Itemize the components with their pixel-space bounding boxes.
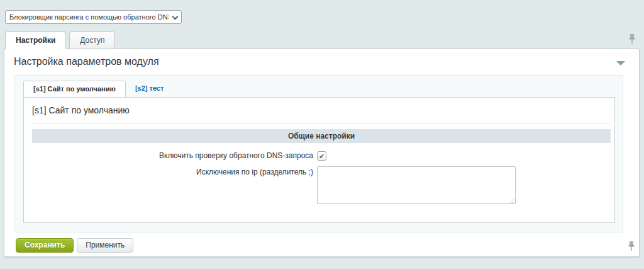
site-tab-s2[interactable]: [s2] тест (126, 81, 173, 97)
page-title: Настройка параметров модуля (14, 56, 159, 67)
tab-access[interactable]: Доступ (69, 31, 115, 49)
tab-settings[interactable]: Настройки (5, 31, 66, 49)
module-settings-block: [s1] Сайт по умолчанию [s2] тест [s1] Са… (14, 75, 623, 232)
dns-check-label: Включить проверку обратного DNS-запроса (24, 150, 313, 160)
dns-check-checkbox[interactable]: ✔ (317, 151, 326, 161)
top-tab-strip: Настройки Доступ (5, 31, 115, 49)
module-select-wrap: Блокировщик парсинга с помощью обратного… (5, 10, 182, 24)
site-settings-heading: [s1] Сайт по умолчанию (32, 105, 130, 115)
form-row-ip-exclusions: Исключения по ip (разделитель ;) (24, 166, 614, 207)
module-select[interactable]: Блокировщик парсинга с помощью обратного… (5, 10, 182, 24)
site-settings-box: [s1] Сайт по умолчанию Общие настройки В… (23, 97, 615, 223)
site-tab-s1[interactable]: [s1] Сайт по умолчанию (23, 81, 126, 97)
pin-icon[interactable] (628, 33, 636, 44)
form-rows: Включить проверку обратного DNS-запроса … (24, 150, 614, 212)
divider (32, 123, 611, 123)
admin-settings-page: Блокировщик парсинга с помощью обратного… (0, 0, 644, 269)
ip-exclusions-label: Исключения по ip (разделитель ;) (24, 166, 313, 176)
button-bar: Сохранить Применить (16, 238, 133, 253)
pin-icon[interactable] (628, 241, 635, 251)
section-header: Общие настройки (32, 129, 611, 143)
site-tab-strip: [s1] Сайт по умолчанию [s2] тест (23, 81, 173, 97)
apply-button[interactable]: Применить (77, 238, 133, 253)
ip-exclusions-textarea[interactable] (317, 166, 516, 204)
form-row-dns-check: Включить проверку обратного DNS-запроса … (24, 150, 614, 161)
settings-panel: Настройка параметров модуля [s1] Сайт по… (4, 49, 640, 257)
chevron-down-icon[interactable] (616, 61, 625, 66)
save-button[interactable]: Сохранить (16, 238, 74, 253)
